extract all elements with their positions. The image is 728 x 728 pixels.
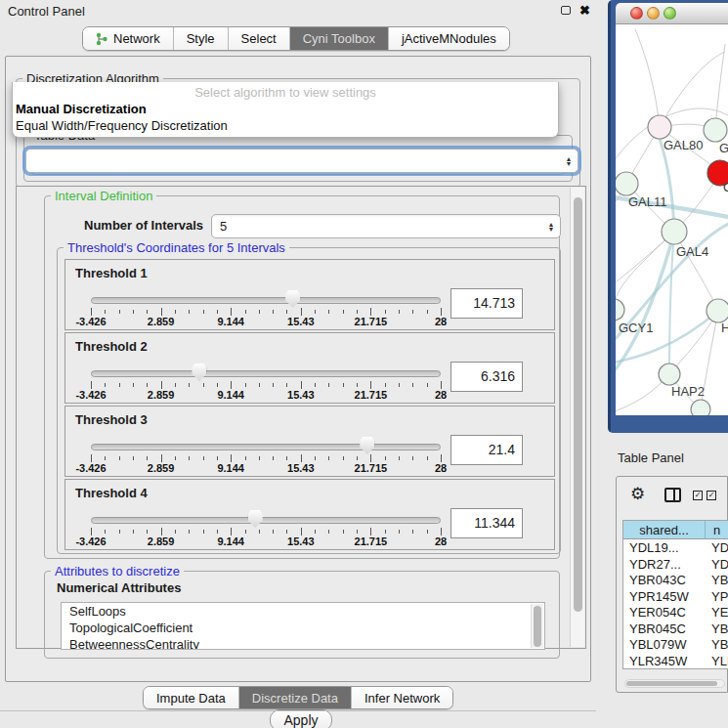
tab-cyni-toolbox[interactable]: Cyni Toolbox: [290, 27, 389, 50]
network-canvas[interactable]: GAL80GACGAL11GAL4GCY1HHAP2: [616, 24, 728, 415]
minimize-traffic-light[interactable]: [647, 7, 660, 20]
gear-icon[interactable]: ⚙: [630, 484, 645, 504]
threshold-value-field[interactable]: 14.713: [450, 288, 523, 319]
node-attribute-table: shared... n YDL19...YDL1YDR27...YDR2YBR0…: [622, 520, 728, 669]
table-row[interactable]: YBR043CYBR0: [623, 572, 728, 588]
threshold-value-field[interactable]: 21.4: [450, 435, 523, 465]
table-cell[interactable]: YBL079W: [623, 636, 706, 653]
settings-scrollbar[interactable]: [570, 188, 584, 647]
scrollbar-thumb[interactable]: [626, 681, 717, 686]
tick-mark: [91, 528, 92, 535]
attribute-list-item[interactable]: BetweennessCentrality: [62, 636, 544, 650]
table-row[interactable]: YER054CYER0: [623, 604, 728, 621]
table-row[interactable]: YDR27...YDR2: [623, 556, 728, 573]
table-cell[interactable]: YBL0: [706, 636, 728, 653]
table-cell[interactable]: YIL0: [706, 668, 728, 669]
tick-mark: [286, 530, 287, 534]
table-row[interactable]: YBL079WYBL0: [623, 636, 728, 653]
split-pane-icon[interactable]: [664, 488, 681, 502]
threshold-value-field[interactable]: 11.344: [450, 508, 523, 538]
network-node[interactable]: [648, 115, 671, 139]
table-hscrollbar[interactable]: [624, 679, 725, 688]
table-cell[interactable]: YDL19...: [623, 539, 706, 556]
node-label: GCY1: [619, 321, 653, 335]
table-cell[interactable]: YER054C: [623, 604, 706, 621]
threshold-slider-thumb[interactable]: [285, 290, 300, 308]
table-cell[interactable]: YER0: [706, 604, 728, 621]
table-cell[interactable]: YDL1: [706, 539, 728, 556]
scrollbar-thumb[interactable]: [574, 197, 582, 612]
tick-mark: [105, 530, 106, 534]
table-cell[interactable]: YLR345W: [623, 653, 706, 669]
table-row[interactable]: YPR145WYPR1: [623, 588, 728, 605]
network-node[interactable]: [707, 299, 728, 322]
threshold-slider-track[interactable]: [91, 370, 441, 377]
tick-mark: [231, 381, 232, 389]
network-icon: [96, 32, 108, 46]
number-of-intervals-spinner[interactable]: 5 ▲▼: [211, 214, 561, 238]
tick-label: 9.144: [217, 462, 244, 474]
checkbox-icon[interactable]: ✓: [693, 491, 703, 500]
window-title: Control Panel: [8, 4, 85, 19]
attribute-list-item[interactable]: SelfLoops: [62, 603, 544, 620]
tick-mark: [315, 456, 316, 460]
close-traffic-light[interactable]: [630, 7, 643, 20]
apply-button[interactable]: Apply: [270, 709, 332, 728]
tab-select[interactable]: Select: [229, 27, 290, 50]
float-icon[interactable]: [561, 6, 571, 15]
table-cell[interactable]: YBR043C: [623, 572, 706, 588]
threshold-slider-thumb[interactable]: [360, 437, 374, 454]
tab-network[interactable]: Network: [83, 27, 174, 50]
tab-infer-network[interactable]: Infer Network: [352, 687, 452, 708]
table-cell[interactable]: YBR0: [706, 621, 728, 637]
column-header-shared-name[interactable]: shared...: [623, 521, 706, 539]
dropdown-option-manual[interactable]: Manual Discretization: [16, 102, 147, 116]
table-cell[interactable]: YDR2: [706, 556, 728, 573]
threshold-value-field[interactable]: 6.316: [450, 362, 523, 392]
network-node[interactable]: [704, 118, 727, 142]
threshold-slider-track[interactable]: [91, 297, 441, 304]
table-row[interactable]: YBR045CYBR0: [623, 621, 728, 637]
tick-label: -3.426: [75, 535, 106, 547]
tick-label: 2.859: [148, 389, 175, 401]
table-row[interactable]: YIL052CYIL0: [623, 668, 728, 669]
network-node[interactable]: [616, 299, 624, 321]
threshold-slider-thumb[interactable]: [192, 364, 206, 381]
list-scrollbar[interactable]: [531, 604, 543, 648]
table-cell[interactable]: YIL052C: [623, 668, 706, 669]
table-cell[interactable]: YDR27...: [623, 556, 706, 573]
tab-label: jActiveMNodules: [402, 31, 496, 46]
tab-discretize-data[interactable]: Discretize Data: [239, 687, 352, 708]
tab-jactivemnodules[interactable]: jActiveMNodules: [389, 27, 509, 50]
tab-style[interactable]: Style: [174, 27, 229, 50]
checkbox-icon[interactable]: ✓: [707, 491, 716, 500]
tick-label: 21.715: [355, 389, 388, 401]
network-node[interactable]: [659, 364, 680, 385]
algorithm-combobox[interactable]: ▲▼: [25, 149, 578, 173]
node-label: HAP2: [671, 384, 705, 399]
tick-mark: [328, 530, 329, 534]
threshold-slider-track[interactable]: [91, 517, 441, 524]
scrollbar-thumb[interactable]: [534, 606, 541, 647]
close-icon[interactable]: ✖: [579, 3, 590, 18]
network-node[interactable]: [691, 400, 710, 415]
attribute-list-item[interactable]: TopologicalCoefficient: [62, 620, 544, 636]
table-row[interactable]: YDL19...YDL1: [623, 539, 728, 556]
table-cell[interactable]: YPR1: [706, 588, 728, 605]
network-node[interactable]: [616, 172, 638, 195]
table-row[interactable]: YLR345WYLR3: [623, 653, 728, 669]
network-node[interactable]: [662, 219, 687, 244]
table-cell[interactable]: YPR145W: [623, 588, 706, 605]
column-header-name[interactable]: n: [706, 521, 728, 539]
tab-impute-data[interactable]: Impute Data: [144, 687, 239, 708]
tick-mark: [385, 310, 386, 314]
zoom-traffic-light[interactable]: [664, 7, 676, 20]
dropdown-option-equal-width[interactable]: Equal Width/Frequency Discretization: [16, 118, 228, 133]
threshold-slider-thumb[interactable]: [248, 510, 263, 528]
table-cell[interactable]: YBR045C: [623, 621, 706, 637]
numerical-attributes-list[interactable]: SelfLoopsTopologicalCoefficientBetweenne…: [61, 602, 545, 650]
table-cell[interactable]: YBR0: [706, 572, 728, 588]
tick-mark: [91, 381, 92, 389]
threshold-slider-track[interactable]: [91, 444, 441, 450]
table-cell[interactable]: YLR3: [706, 653, 728, 669]
